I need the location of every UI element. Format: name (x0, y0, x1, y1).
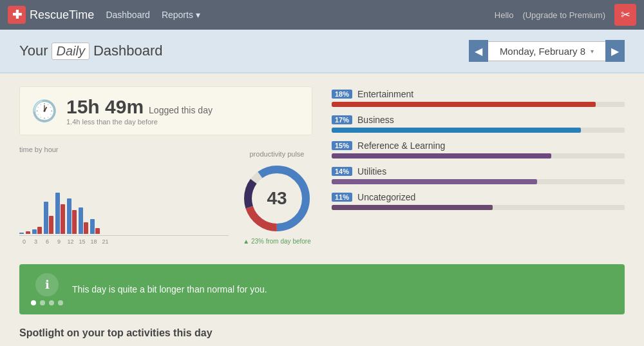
bar-group (19, 233, 24, 234)
your-label: Your (19, 43, 48, 59)
category-header: 18%Entertainment (332, 89, 625, 99)
nav-reports[interactable]: Reports ▾ (162, 10, 200, 20)
charts-row: time by hour 036912151821 productivity p… (19, 146, 312, 245)
category-name: Uncategorized (357, 192, 415, 202)
spotlight-title: Spotlight on your top activities this da… (19, 327, 625, 339)
bar-x-label: 9 (54, 238, 64, 245)
bar-chart-section: time by hour 036912151821 (19, 146, 229, 245)
bar-x-label: 15 (77, 238, 87, 245)
nav-dashboard[interactable]: Dashboard (106, 10, 150, 20)
category-bar-bg (332, 102, 625, 107)
bar-red (37, 227, 42, 234)
date-nav: ◀ Monday, February 8 ▾ ▶ (469, 40, 625, 62)
bar-blue (55, 193, 60, 234)
prev-date-button[interactable]: ◀ (469, 40, 488, 62)
bar-chart (19, 159, 229, 236)
category-header: 14%Utilities (332, 166, 625, 177)
category-name: Business (357, 115, 394, 125)
category-bar-fill (332, 128, 581, 133)
donut-section: productivity pulse 43 (242, 150, 312, 245)
info-dot (58, 300, 63, 305)
bar-x-label: 18 (89, 238, 99, 245)
bar-group (26, 231, 30, 234)
category-bar-bg (332, 153, 625, 159)
bar-blue (67, 198, 71, 234)
next-date-button[interactable]: ▶ (605, 40, 625, 62)
bar-red (61, 204, 65, 234)
category-pct: 14% (332, 167, 352, 176)
category-header: 11%Uncategorized (332, 192, 625, 202)
bar-x-label: 6 (43, 238, 52, 245)
bar-red (49, 216, 53, 234)
bar-red (26, 231, 30, 234)
nav-upgrade[interactable]: (Upgrade to Premium) (522, 10, 605, 20)
info-dot (40, 300, 45, 305)
category-bar-bg (332, 128, 625, 133)
logo-text: RescueTime (30, 8, 94, 22)
nav-right: Hello (Upgrade to Premium) ✂ (495, 4, 636, 26)
info-text: This day is quite a bit longer than norm… (72, 284, 267, 294)
category-header: 17%Business (332, 115, 625, 125)
bar-group (90, 219, 100, 234)
bar-x-label: 3 (31, 238, 41, 245)
right-panel: 18%Entertainment17%Business15%Reference … (332, 86, 625, 253)
bar-red (84, 222, 88, 234)
bar-x-label: 21 (100, 238, 110, 245)
bar-x-label: 12 (66, 238, 75, 245)
category-row: 17%Business (332, 115, 625, 133)
bar-blue (32, 229, 37, 234)
logged-icon: 🕐 (32, 99, 57, 123)
bar-chart-title: time by hour (19, 146, 229, 153)
bar-blue (19, 233, 24, 234)
category-pct: 11% (332, 193, 352, 202)
bar-group (32, 227, 42, 234)
donut-subtitle: ▲ 23% from day before (243, 238, 311, 245)
category-pct: 17% (332, 115, 352, 124)
donut-number: 43 (267, 188, 287, 209)
dashboard-label: Dashboard (93, 43, 163, 59)
daily-selector[interactable]: Daily (52, 43, 89, 60)
category-pct: 15% (332, 141, 352, 150)
category-header: 15%Reference & Learning (332, 140, 625, 151)
page-header: Your Daily Dashboard ◀ Monday, February … (0, 30, 644, 72)
date-text: Monday, February 8 (500, 46, 585, 57)
bar-group (67, 198, 77, 234)
category-pct: 18% (332, 90, 352, 99)
bar-x-label: 0 (19, 238, 29, 245)
category-row: 14%Utilities (332, 166, 625, 184)
bar-red (72, 210, 77, 234)
info-box: ℹ This day is quite a bit longer than no… (19, 264, 625, 314)
category-bar-fill (332, 179, 537, 184)
category-bar-fill (332, 153, 551, 159)
category-bar-bg (332, 179, 625, 184)
logged-time: 15h 49m (66, 96, 144, 118)
category-name: Utilities (357, 166, 386, 177)
category-row: 15%Reference & Learning (332, 140, 625, 159)
nav-reports-arrow: ▾ (196, 10, 200, 20)
page-title: Your Daily Dashboard (19, 43, 163, 60)
donut-chart: 43 (242, 163, 312, 234)
category-row: 11%Uncategorized (332, 192, 625, 210)
category-row: 18%Entertainment (332, 89, 625, 107)
info-dots (31, 300, 63, 305)
main-content: 🕐 15h 49m Logged this day 1.4h less than… (0, 73, 644, 346)
info-dot (31, 300, 36, 305)
logged-label: Logged this day (149, 105, 213, 115)
bar-blue (90, 219, 95, 234)
date-triangle: ▾ (591, 48, 594, 55)
bar-group (44, 202, 53, 234)
logo-icon: ✚ (8, 6, 26, 24)
date-label: Monday, February 8 ▾ (488, 41, 605, 61)
category-name: Reference & Learning (357, 140, 445, 151)
logged-box: 🕐 15h 49m Logged this day 1.4h less than… (19, 86, 312, 135)
logo[interactable]: ✚ RescueTime (8, 6, 94, 24)
bar-red (95, 228, 100, 234)
nav-reports-label: Reports (162, 10, 193, 20)
category-name: Entertainment (357, 89, 413, 99)
info-icon: ℹ (35, 273, 59, 296)
bar-blue (44, 202, 48, 234)
category-bar-fill (332, 102, 596, 107)
bar-chart-labels: 036912151821 (19, 238, 229, 245)
nav-tools-button[interactable]: ✂ (614, 4, 636, 26)
logged-sublabel: 1.4h less than the day before (66, 118, 213, 126)
